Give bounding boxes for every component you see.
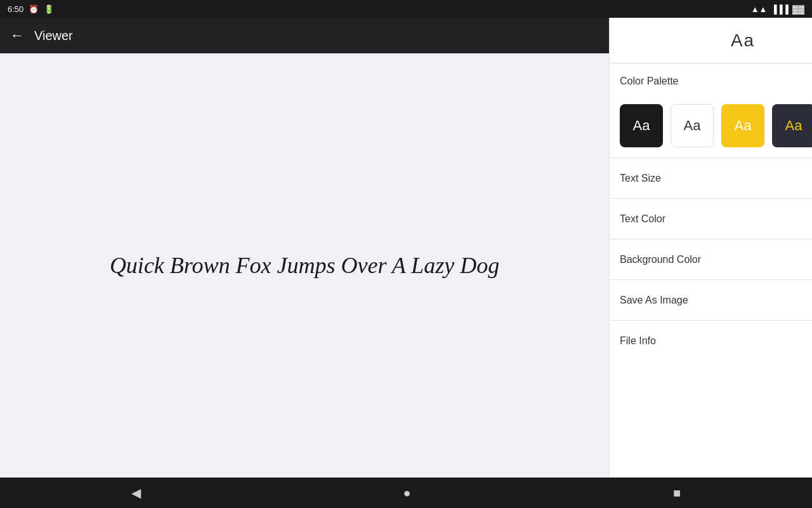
preview-text: Quick Brown Fox Jumps Over A Lazy Dog xyxy=(110,252,499,279)
status-right: ▲▲ ▐▐▐ ▓▓ xyxy=(751,4,804,14)
menu-item-file-info[interactable]: File Info › xyxy=(610,321,812,361)
swatch-yellow[interactable]: Aa xyxy=(721,104,764,147)
wifi-icon: ▲▲ xyxy=(751,4,768,14)
nav-home-button[interactable]: ● xyxy=(388,481,426,505)
palette-label: Color Palette xyxy=(620,76,679,87)
swatch-black[interactable]: Aa xyxy=(620,104,663,147)
nav-recent-button[interactable]: ■ xyxy=(658,481,696,505)
app-bar: ← Viewer xyxy=(0,18,609,53)
right-panel: Aa Color Palette ▾ Aa Aa Aa Aa Aa Text S… xyxy=(609,18,812,478)
panel-header-title: Aa xyxy=(731,30,755,51)
color-palette-section: Color Palette ▾ Aa Aa Aa Aa Aa xyxy=(610,64,812,158)
signal-icon: ▐▐▐ xyxy=(771,4,789,14)
menu-item-background-color-label: Background Color xyxy=(620,254,701,265)
status-left: 6:50 ⏰ 🔋 xyxy=(8,4,54,14)
battery-icon: ▓▓ xyxy=(792,4,804,14)
menu-item-text-size-label: Text Size xyxy=(620,173,661,184)
app-title: Viewer xyxy=(34,29,73,43)
viewer-pane: ← Viewer Quick Brown Fox Jumps Over A La… xyxy=(0,18,609,478)
swatch-white[interactable]: Aa xyxy=(671,104,714,147)
menu-item-text-color-label: Text Color xyxy=(620,213,665,225)
back-button[interactable]: ← xyxy=(10,27,24,44)
viewer-content: Quick Brown Fox Jumps Over A Lazy Dog xyxy=(0,53,609,478)
menu-item-text-size[interactable]: Text Size › xyxy=(610,158,812,199)
alarm-icon: ⏰ xyxy=(29,4,39,14)
nav-bar: ◀ ● ■ xyxy=(0,478,812,508)
panel-header: Aa xyxy=(610,18,812,64)
time-display: 6:50 xyxy=(8,4,23,14)
swatch-dark[interactable]: Aa xyxy=(772,104,812,147)
battery-status-icon: 🔋 xyxy=(44,4,54,14)
menu-item-text-color[interactable]: Text Color › xyxy=(610,199,812,239)
palette-swatches: Aa Aa Aa Aa Aa xyxy=(620,99,812,157)
status-bar: 6:50 ⏰ 🔋 ▲▲ ▐▐▐ ▓▓ xyxy=(0,0,812,18)
palette-header[interactable]: Color Palette ▾ xyxy=(620,64,812,99)
main-area: ← Viewer Quick Brown Fox Jumps Over A La… xyxy=(0,18,812,478)
menu-item-save-as-image-label: Save As Image xyxy=(620,295,688,306)
menu-item-file-info-label: File Info xyxy=(620,335,656,347)
menu-item-background-color[interactable]: Background Color › xyxy=(610,239,812,280)
nav-back-button[interactable]: ◀ xyxy=(116,480,156,505)
menu-item-save-as-image[interactable]: Save As Image › xyxy=(610,280,812,321)
